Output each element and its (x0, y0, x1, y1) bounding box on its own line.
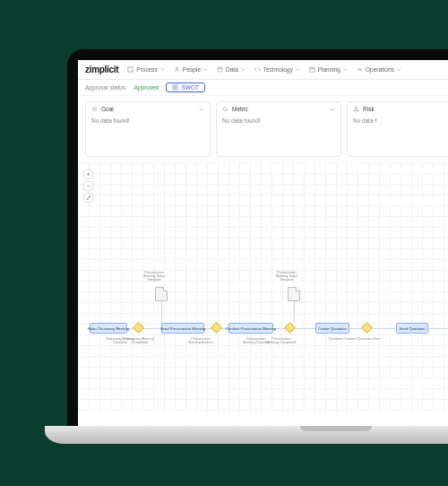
data-icon (217, 66, 223, 73)
flow-document[interactable] (155, 287, 168, 301)
chevron-down-icon (343, 67, 348, 72)
chevron-down-icon (330, 107, 335, 112)
planning-icon (309, 66, 315, 73)
flow-annotation: Presentation Meeting Booked (185, 337, 216, 344)
nav-label: Operations (366, 66, 394, 73)
svg-rect-7 (173, 88, 175, 90)
swot-button[interactable]: SWOT (166, 82, 205, 92)
approval-status-label: Approval status: (85, 84, 127, 91)
flow-annotation: Presentation Meeting Sales Template (271, 271, 302, 282)
svg-rect-5 (173, 85, 175, 87)
flow-connector (161, 301, 162, 323)
svg-rect-8 (176, 88, 177, 90)
flow-task-node[interactable]: Sales Discovery Meeting (90, 323, 127, 334)
svg-point-1 (176, 67, 177, 69)
flow-annotation: Presentation Meeting Completed (266, 337, 297, 344)
technology-icon (254, 66, 261, 73)
flow-annotation: Quotation Created (327, 337, 358, 341)
subheader-bar: Approval status: Approved SWOT (78, 80, 448, 96)
chevron-down-icon (199, 107, 204, 112)
nav-label: People (183, 66, 201, 73)
svg-rect-6 (176, 85, 177, 87)
nav-label: Process (136, 66, 157, 73)
zoom-out-button[interactable]: − (83, 181, 93, 191)
flow-annotation: Presentation Meeting Sales Template (139, 271, 169, 282)
chevron-down-icon (203, 67, 208, 72)
flow-gateway[interactable] (284, 322, 296, 334)
goal-icon (91, 106, 98, 112)
header-bar: zimplicit Process People Data (78, 60, 448, 80)
process-flow: Sales Discovery Meeting Send Presentatio… (78, 310, 448, 364)
nav-label: Technology (263, 66, 293, 73)
flow-document[interactable] (288, 287, 300, 301)
chevron-down-icon (296, 67, 300, 72)
flow-task-node[interactable]: Conduct Presentation Meeting (228, 323, 273, 334)
flow-annotation: Discovery Meeting Completed (125, 337, 155, 344)
panel-goal[interactable]: Goal No data found! (85, 101, 211, 157)
risk-icon (353, 106, 359, 112)
flow-gateway[interactable] (133, 322, 144, 334)
zoom-controls: + − ⤢ (83, 169, 93, 203)
laptop-notch (300, 426, 372, 431)
flow-gateway[interactable] (211, 322, 222, 334)
panel-title: Goal (101, 106, 114, 112)
operations-icon (357, 66, 363, 73)
panel-metric[interactable]: Metric No data found! (216, 101, 341, 157)
nav-planning[interactable]: Planning (309, 66, 348, 73)
nav-technology[interactable]: Technology (254, 66, 300, 73)
info-panels-row: Goal No data found! Metric No data found… (78, 96, 448, 162)
panel-empty-text: No data found! (222, 117, 335, 124)
nav-operations[interactable]: Operations (357, 66, 401, 73)
nav-process[interactable]: Process (127, 66, 164, 73)
flow-task-node[interactable]: Send Presentation Meeting (161, 323, 204, 334)
nav-label: Data (226, 66, 238, 73)
brand-logo: zimplicit (85, 65, 118, 74)
app-screen: zimplicit Process People Data (78, 60, 448, 426)
laptop-base (45, 426, 448, 444)
approval-status-value: Approved (134, 84, 159, 91)
panel-empty-text: No data found! (91, 117, 204, 124)
flow-task-node[interactable]: Send Quotation (396, 323, 428, 334)
svg-point-2 (218, 67, 221, 69)
swot-label: SWOT (181, 84, 199, 91)
panel-empty-text: No data f (353, 117, 448, 124)
svg-point-10 (94, 108, 95, 109)
flow-task-node[interactable]: Create Quotation (315, 323, 349, 334)
zoom-fit-button[interactable]: ⤢ (83, 193, 93, 203)
svg-rect-0 (128, 67, 133, 72)
zoom-in-button[interactable]: + (83, 169, 93, 179)
chevron-down-icon (397, 67, 401, 72)
nav-data[interactable]: Data (217, 66, 246, 73)
panel-risk[interactable]: Risk No data f (347, 101, 448, 157)
swot-icon (172, 84, 178, 91)
chevron-down-icon (160, 67, 165, 72)
flow-annotation: Quotation Sent (354, 337, 384, 341)
svg-line-11 (226, 108, 227, 108)
flow-connector (294, 301, 295, 323)
svg-rect-3 (310, 67, 314, 72)
flow-gateway[interactable] (361, 322, 373, 334)
panel-title: Metric (232, 106, 248, 112)
nav-people[interactable]: People (174, 66, 208, 73)
process-canvas[interactable]: + − ⤢ Sales Discovery Meeting Send Prese… (78, 162, 448, 413)
chevron-down-icon (241, 67, 246, 72)
people-icon (174, 66, 180, 73)
metric-icon (222, 106, 228, 112)
nav-label: Planning (318, 66, 340, 73)
process-icon (127, 66, 134, 73)
panel-title: Risk (363, 106, 375, 112)
